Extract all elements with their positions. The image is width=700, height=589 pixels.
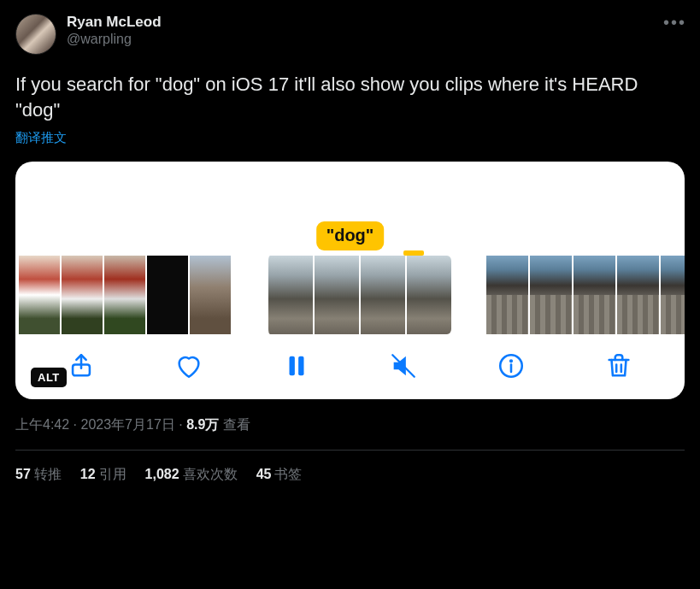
- mute-icon[interactable]: [389, 351, 418, 380]
- alt-badge[interactable]: ALT: [31, 368, 67, 387]
- display-name: Ryan McLeod: [67, 14, 162, 31]
- stat-quotes[interactable]: 12引用: [80, 466, 126, 484]
- card-top: "dog": [15, 162, 685, 256]
- more-icon[interactable]: •••: [658, 9, 691, 36]
- clip-frame: [617, 256, 659, 334]
- tweet-date[interactable]: 2023年7月17日: [80, 417, 174, 432]
- clip-segment-active[interactable]: [265, 256, 452, 334]
- handle: @warpling: [67, 31, 162, 48]
- info-icon[interactable]: [497, 351, 526, 380]
- svg-point-5: [510, 360, 512, 362]
- clip-strip[interactable]: [15, 256, 685, 334]
- clip-frame: [661, 256, 685, 334]
- clip-segment[interactable]: [486, 256, 685, 334]
- clip-segment[interactable]: [19, 256, 231, 334]
- clip-frame: [268, 256, 313, 334]
- tweet-meta: 上午4:42 · 2023年7月17日 · 8.9万 查看: [15, 416, 685, 434]
- stat-bookmarks[interactable]: 45书签: [256, 466, 303, 484]
- media-card[interactable]: "dog": [15, 162, 685, 399]
- clip-frame: [147, 256, 188, 334]
- heart-icon[interactable]: [174, 351, 203, 380]
- avatar[interactable]: [15, 14, 56, 55]
- clip-frame: [190, 256, 231, 334]
- svg-rect-2: [298, 356, 303, 376]
- clip-frame: [530, 256, 572, 334]
- share-icon[interactable]: [67, 351, 96, 380]
- clip-frame: [104, 256, 145, 334]
- clip-frame: [486, 256, 528, 334]
- stat-likes[interactable]: 1,082喜欢次数: [145, 466, 238, 484]
- views-label: 查看: [219, 417, 250, 432]
- tweet-stats: 57转推 12引用 1,082喜欢次数 45书签: [15, 451, 685, 484]
- stat-retweets[interactable]: 57转推: [15, 466, 62, 484]
- tweet-container: Ryan McLeod @warpling ••• If you search …: [0, 0, 700, 484]
- tweet-text: If you search for "dog" on iOS 17 it'll …: [15, 72, 685, 123]
- views-count: 8.9万: [186, 417, 219, 432]
- tweet-header: Ryan McLeod @warpling •••: [15, 14, 685, 55]
- media-toolbar: [15, 334, 685, 399]
- clip-frame: [574, 256, 615, 334]
- clip-frame: [19, 256, 60, 334]
- trash-icon[interactable]: [604, 351, 633, 380]
- clip-frame: [361, 256, 405, 334]
- author-block[interactable]: Ryan McLeod @warpling: [67, 14, 162, 48]
- translate-link[interactable]: 翻译推文: [15, 130, 67, 146]
- clip-frame: [407, 256, 451, 334]
- clip-frame: [62, 256, 103, 334]
- clip-frame: [315, 256, 359, 334]
- pause-icon[interactable]: [282, 351, 311, 380]
- svg-rect-1: [289, 356, 294, 376]
- tweet-time[interactable]: 上午4:42: [15, 417, 69, 432]
- search-token-label: "dog": [316, 221, 385, 250]
